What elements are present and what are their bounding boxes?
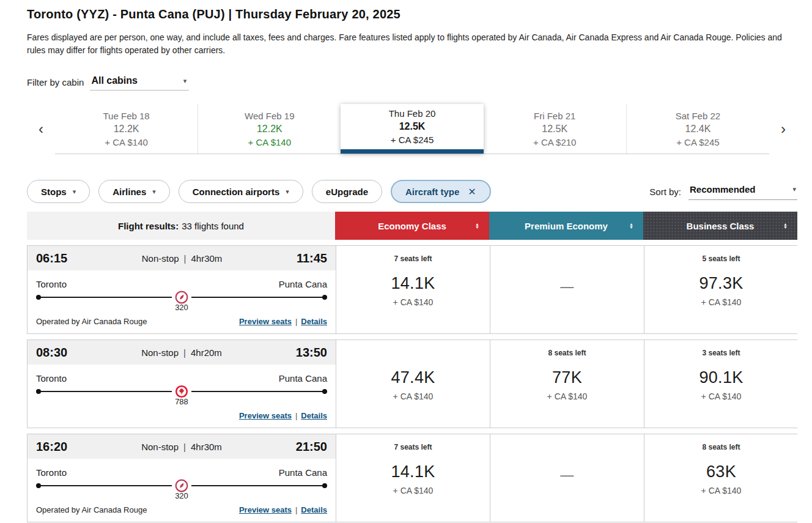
destination-city: Punta Cana xyxy=(279,373,327,384)
eupgrade-filter-button[interactable]: eUpgrade xyxy=(312,180,382,203)
departure-time: 16:20 xyxy=(36,440,67,454)
air-canada-rondelle-logo-icon xyxy=(172,385,191,398)
close-icon[interactable]: ✕ xyxy=(468,186,476,198)
aircraft-type-filter-button-active[interactable]: Aircraft type ✕ xyxy=(391,180,491,203)
stops-label: Non-stop xyxy=(142,253,179,264)
economy-fare-cell[interactable]: 47.4K + CA $140 xyxy=(336,340,490,428)
tab-date: Fri Feb 21 xyxy=(534,111,575,121)
fare-cash: + CA $140 xyxy=(644,486,798,495)
details-link[interactable]: Details xyxy=(301,505,327,514)
air-canada-rouge-logo-icon xyxy=(172,291,191,304)
pipe-separator: | xyxy=(295,411,297,420)
sort-box: Sort by: Recommended ▾ xyxy=(649,183,797,200)
seats-left-label: 8 seats left xyxy=(490,349,644,360)
aircraft-type-code: 788 xyxy=(36,397,327,406)
flight-results-count: 33 flights found xyxy=(182,221,244,231)
pipe-separator: | xyxy=(183,347,186,358)
premium-economy-column-header[interactable]: Premium Economy ▲▼ xyxy=(489,212,643,240)
date-tab-tue-feb-18[interactable]: Tue Feb 18 12.2K + CA $140 xyxy=(55,104,197,154)
pill-label: Aircraft type xyxy=(405,187,459,197)
fare-miles: 97.3K xyxy=(644,274,798,293)
tab-miles: 12.2K xyxy=(114,124,139,135)
business-class-column-header[interactable]: Business Class ▲▼ xyxy=(643,212,797,240)
connection-airports-filter-button[interactable]: Connection airports ▾ xyxy=(179,180,303,203)
sort-arrows-icon: ▲▼ xyxy=(475,223,479,229)
tab-date: Thu Feb 20 xyxy=(389,108,436,119)
fare-cash: + CA $140 xyxy=(336,391,490,401)
air-canada-rouge-logo-icon xyxy=(172,479,191,492)
carousel-next-button[interactable]: › xyxy=(769,104,797,154)
origin-city: Toronto xyxy=(36,467,67,478)
carousel-prev-button[interactable]: ‹ xyxy=(27,104,55,154)
arrival-time: 11:45 xyxy=(297,251,327,265)
fare-unavailable-dash: — xyxy=(490,467,644,483)
pill-label: Airlines xyxy=(113,187,146,197)
arrival-time: 13:50 xyxy=(296,346,327,360)
preview-seats-link[interactable]: Preview seats xyxy=(239,505,292,514)
flight-info: 16:20 Non-stop | 4hr30m 21:50 Toronto Pu… xyxy=(28,434,336,522)
column-label: Premium Economy xyxy=(525,221,608,231)
economy-fare-cell[interactable]: 7 seats left 14.1K + CA $140 xyxy=(336,246,490,333)
destination-city: Punta Cana xyxy=(279,279,327,289)
route-section: Toronto Punta Cana 788 xyxy=(28,365,336,406)
details-link[interactable]: Details xyxy=(301,317,327,326)
fare-unavailable-dash: — xyxy=(490,279,644,295)
business-fare-cell[interactable]: 5 seats left 97.3K + CA $140 xyxy=(644,246,798,333)
flight-times-bar: 08:30 Non-stop | 4hr20m 13:50 xyxy=(28,340,336,365)
date-tab-fri-feb-21[interactable]: Fri Feb 21 12.5K + CA $210 xyxy=(484,104,626,154)
tab-price: + CA $140 xyxy=(105,137,147,147)
fare-miles: 63K xyxy=(644,462,798,481)
tab-price: + CA $140 xyxy=(248,137,291,147)
chevron-down-icon: ▾ xyxy=(792,185,796,193)
flight-results-label: Flight results: xyxy=(118,221,179,231)
economy-fare-cell[interactable]: 7 seats left 14.1K + CA $140 xyxy=(336,434,490,522)
sort-select[interactable]: Recommended ▾ xyxy=(688,183,797,200)
preview-seats-link[interactable]: Preview seats xyxy=(239,317,292,326)
tab-price: + CA $245 xyxy=(391,135,434,145)
sort-value: Recommended xyxy=(690,184,756,195)
premium-economy-fare-cell[interactable]: 8 seats left 77K + CA $140 xyxy=(490,340,644,428)
business-fare-cell[interactable]: 3 seats left 90.1K + CA $140 xyxy=(644,340,798,428)
flight-row: 16:20 Non-stop | 4hr30m 21:50 Toronto Pu… xyxy=(27,434,797,522)
date-tab-wed-feb-19[interactable]: Wed Feb 19 12.2K + CA $140 xyxy=(197,104,341,154)
flight-info: 08:30 Non-stop | 4hr20m 13:50 Toronto Pu… xyxy=(28,340,336,428)
seats-left-label: 3 seats left xyxy=(644,349,798,360)
chevron-down-icon: ▾ xyxy=(286,188,289,196)
business-fare-cell[interactable]: 8 seats left 63K + CA $140 xyxy=(644,434,798,522)
fare-cash: + CA $140 xyxy=(490,391,644,401)
airlines-filter-button[interactable]: Airlines ▾ xyxy=(98,180,170,203)
fare-cash: + CA $140 xyxy=(644,391,798,401)
tab-price: + CA $210 xyxy=(533,137,576,147)
date-tab-thu-feb-20-selected[interactable]: Thu Feb 20 12.5K + CA $245 xyxy=(341,104,483,154)
cabin-filter-select[interactable]: All cabins ▾ xyxy=(90,74,189,91)
departure-time: 06:15 xyxy=(36,251,67,265)
chevron-down-icon: ▾ xyxy=(183,77,187,85)
economy-class-column-header[interactable]: Economy Class ▲▼ xyxy=(335,212,489,240)
date-tabs: Tue Feb 18 12.2K + CA $140 Wed Feb 19 12… xyxy=(55,104,769,154)
stops-filter-button[interactable]: Stops ▾ xyxy=(27,180,90,203)
route-section: Toronto Punta Cana 320 xyxy=(28,459,336,500)
date-carousel: ‹ Tue Feb 18 12.2K + CA $140 Wed Feb 19 … xyxy=(27,104,797,154)
flight-info: 06:15 Non-stop | 4hr30m 11:45 Toronto Pu… xyxy=(28,246,336,333)
tab-miles: 12.5K xyxy=(399,121,426,132)
operated-by-label: Operated by Air Canada Rouge xyxy=(36,505,147,514)
departure-time: 08:30 xyxy=(36,346,67,360)
preview-seats-link[interactable]: Preview seats xyxy=(239,411,292,420)
fare-disclaimer: Fares displayed are per person, one way,… xyxy=(27,31,796,57)
seats-left-label: 5 seats left xyxy=(644,254,798,265)
filters-row: Stops ▾ Airlines ▾ Connection airports ▾… xyxy=(27,180,797,203)
sort-by-label: Sort by: xyxy=(649,187,681,197)
page-title: Toronto (YYZ) - Punta Cana (PUJ) | Thurs… xyxy=(27,7,797,21)
fare-miles: 14.1K xyxy=(336,274,490,293)
origin-city: Toronto xyxy=(36,373,67,384)
operated-by-label: Operated by Air Canada Rouge xyxy=(36,317,147,326)
details-link[interactable]: Details xyxy=(301,411,327,420)
fare-cash: + CA $140 xyxy=(336,297,490,307)
premium-economy-fare-cell-unavailable: — xyxy=(490,246,644,333)
fare-miles: 14.1K xyxy=(336,462,490,481)
tab-date: Wed Feb 19 xyxy=(245,111,294,121)
cabin-filter-label: Filter by cabin xyxy=(27,77,84,87)
tab-date: Tue Feb 18 xyxy=(103,111,150,121)
date-tab-sat-feb-22[interactable]: Sat Feb 22 12.4K + CA $245 xyxy=(626,104,769,154)
flight-row: 06:15 Non-stop | 4hr30m 11:45 Toronto Pu… xyxy=(27,245,797,334)
